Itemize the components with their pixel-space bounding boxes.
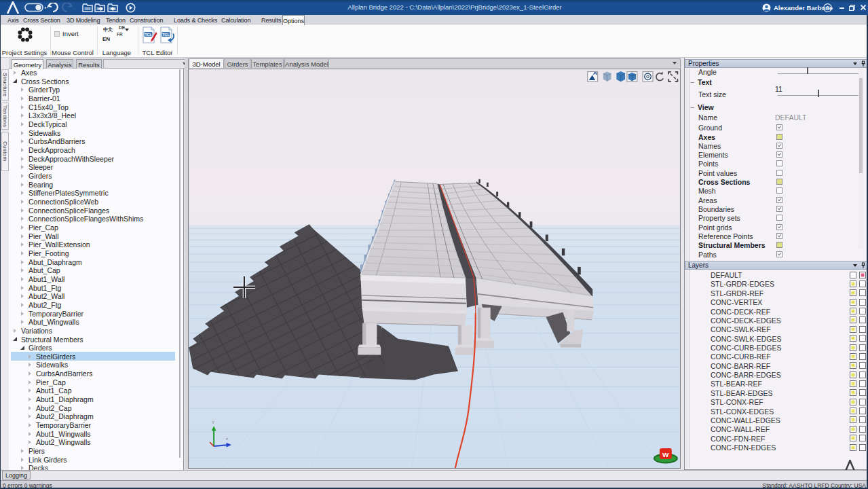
svg-text:Y: Y [212, 420, 214, 424]
svg-text:z: z [226, 437, 228, 441]
svg-text:TCL: TCL [162, 33, 170, 37]
svg-text:?: ? [826, 5, 830, 12]
svg-text:W: W [662, 451, 669, 458]
svg-text:TCL: TCL [145, 33, 152, 37]
